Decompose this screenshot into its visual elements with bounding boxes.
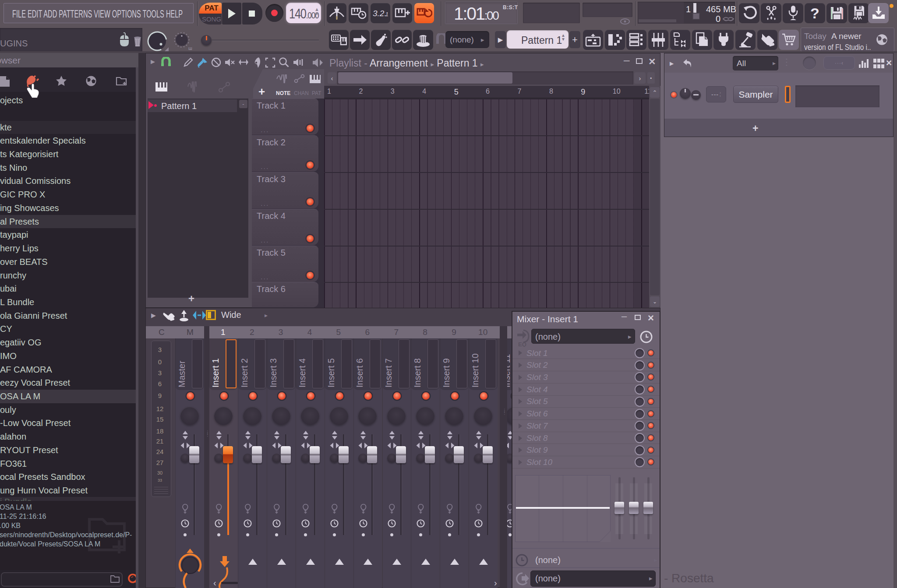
svg-text:1.: 1. [385,11,388,18]
svg-text:EQ: EQ [518,341,526,347]
svg-text:3.2.: 3.2. [373,9,387,18]
